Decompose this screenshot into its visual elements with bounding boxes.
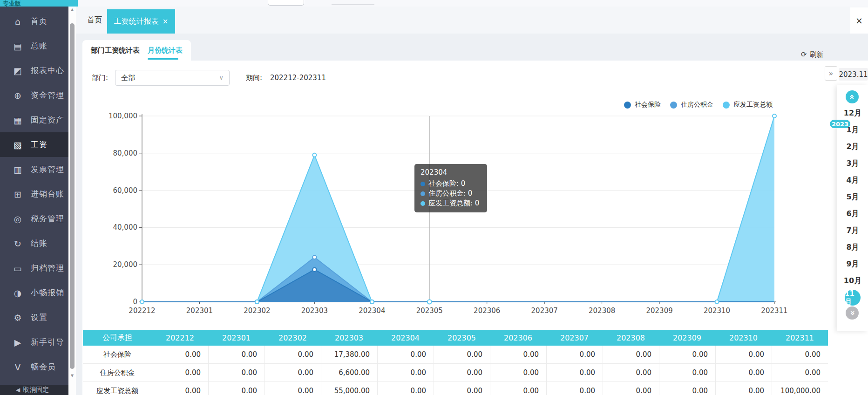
legend-item[interactable]: 应发工资总额 xyxy=(723,101,773,109)
month-item-12月[interactable]: 12月 xyxy=(837,105,868,122)
sidebar-item-label: 发票管理 xyxy=(31,164,64,175)
tab-home[interactable]: 首页 xyxy=(87,7,102,34)
table-cell: 17,380.00 xyxy=(321,346,377,363)
tooltip-title: 202304 xyxy=(420,168,481,177)
sidebar-item-label: 畅会员 xyxy=(31,361,56,372)
tooltip-series-dot-icon xyxy=(420,182,425,186)
month-scroll-up-button[interactable]: « xyxy=(846,90,859,103)
month-scroll-down-button[interactable]: « xyxy=(846,306,859,320)
table-row: 住房公积金0.000.000.006,600.000.000.000.000.0… xyxy=(83,364,828,382)
unpin-icon: ◀ xyxy=(16,387,20,393)
table-header-cell: 202307 xyxy=(546,330,603,346)
month-item-5月[interactable]: 5月 xyxy=(837,189,868,205)
refresh-icon: ⟳ xyxy=(801,50,807,59)
month-item-3月[interactable]: 3月 xyxy=(837,155,868,172)
month-item-7月[interactable]: 7月 xyxy=(837,222,868,239)
sidebar-item-label: 归档管理 xyxy=(31,263,64,273)
table-cell: 0.00 xyxy=(772,364,828,381)
month-item-11月[interactable]: 11月 xyxy=(837,289,868,306)
sidebar-item-fixed-assets[interactable]: ▦固定资产 xyxy=(0,108,68,132)
guide-icon: ▶ xyxy=(12,337,23,347)
table-header-cell: 202212 xyxy=(152,330,208,346)
subtab-active-underline xyxy=(148,58,178,60)
sidebar-item-label: 结账 xyxy=(31,238,47,249)
closing-icon: ↻ xyxy=(12,238,23,249)
table-header-cell: 公司承担 xyxy=(83,330,152,346)
table-cell: 0.00 xyxy=(152,364,208,381)
table-header-cell: 202302 xyxy=(264,330,321,346)
sidebar-item-funds[interactable]: ⊕资金管理 xyxy=(0,83,68,108)
topbar-partial-divider xyxy=(332,4,374,5)
table-cell: 0.00 xyxy=(603,364,659,381)
table-header-cell: 202303 xyxy=(321,330,377,346)
table-header-row: 公司承担202212202301202302202303202304202305… xyxy=(83,330,828,346)
sidebar-item-label: 工资 xyxy=(31,139,47,150)
table-cell: 0.00 xyxy=(715,346,772,363)
sidebar-item-reports[interactable]: ◩报表中心 xyxy=(0,58,68,83)
scrollbar-thumb[interactable] xyxy=(70,23,75,369)
month-item-9月[interactable]: 9月 xyxy=(837,256,868,272)
tooltip-row: 住房公积金: 0 xyxy=(420,189,481,198)
subtab-monthly-stats[interactable]: 月份统计表 xyxy=(148,40,183,61)
table-header-cell: 202311 xyxy=(772,330,828,346)
table-cell: 0.00 xyxy=(715,382,772,395)
month-item-10月[interactable]: 10月 xyxy=(837,272,868,289)
legend-item[interactable]: 住房公积金 xyxy=(670,101,713,109)
sidebar-item-label: 新手引导 xyxy=(31,337,64,347)
sidebar-unpin-button[interactable]: ◀ 取消固定 xyxy=(0,385,68,395)
active-month-pill: 11月 xyxy=(845,290,861,306)
table-row-label: 应发工资总额 xyxy=(83,382,152,395)
table-cell: 0.00 xyxy=(603,346,659,363)
scrollbar-up-arrow-icon[interactable]: ▲ xyxy=(68,7,76,13)
salary-summary-table: 公司承担202212202301202302202303202304202305… xyxy=(83,330,828,395)
funds-icon: ⊕ xyxy=(12,90,23,101)
tab-close-icon[interactable]: × xyxy=(163,17,169,26)
double-chevron-right-icon: » xyxy=(829,69,834,78)
month-item-4月[interactable]: 4月 xyxy=(837,172,868,189)
refresh-button[interactable]: ⟳ 刷新 xyxy=(801,48,840,61)
table-cell: 0.00 xyxy=(659,364,715,381)
sidebar-item-home[interactable]: ⌂首页 xyxy=(0,9,68,34)
month-item-2月[interactable]: 2月 xyxy=(837,138,868,155)
legend-item[interactable]: 社会保险 xyxy=(624,101,661,109)
table-cell: 0.00 xyxy=(659,346,715,363)
sidebar-item-membership[interactable]: Ⅴ畅会员 xyxy=(0,354,68,379)
sidebar-nav: ⌂首页▤总账◩报表中心⊕资金管理▦固定资产▧工资▥发票管理⊞进销台账◎税务管理↻… xyxy=(0,7,68,395)
table-row-label: 住房公积金 xyxy=(83,364,152,381)
sidebar-item-ledger[interactable]: ▤总账 xyxy=(0,34,68,58)
department-select[interactable]: 全部 ∨ xyxy=(115,70,230,86)
month-item-6月[interactable]: 6月 xyxy=(837,205,868,222)
panel-close-button[interactable]: × xyxy=(850,7,868,34)
sidebar-item-label: 总账 xyxy=(31,41,47,51)
sidebar-item-closing[interactable]: ↻结账 xyxy=(0,231,68,256)
tab-salary-report-label: 工资统计报表 xyxy=(114,17,159,27)
table-cell: 0.00 xyxy=(434,346,490,363)
table-cell: 0.00 xyxy=(264,382,321,395)
tab-salary-report[interactable]: 工资统计报表 × xyxy=(107,9,175,34)
tooltip-series-value: 社会保险: 0 xyxy=(428,179,465,189)
table-row-label: 社会保险 xyxy=(83,346,152,363)
month-item-8月[interactable]: 8月 xyxy=(837,239,868,256)
department-select-value: 全部 xyxy=(121,74,135,82)
sidebar-item-tax[interactable]: ◎税务管理 xyxy=(0,206,68,231)
subtab-department-salary[interactable]: 部门工资统计表 xyxy=(91,40,140,61)
topbar-partial-button[interactable] xyxy=(268,0,304,6)
table-header-cell: 202309 xyxy=(659,330,715,346)
chart-legend: 社会保险住房公积金应发工资总额 xyxy=(624,101,773,109)
sidebar-item-guide[interactable]: ▶新手引导 xyxy=(0,330,68,354)
sidebar-scrollbar[interactable]: ▲ ▼ xyxy=(68,7,76,395)
unpin-label: 取消固定 xyxy=(23,386,49,394)
tax-icon: ◎ xyxy=(12,214,23,224)
table-header-cell: 202308 xyxy=(603,330,659,346)
sidebar-item-reimburse[interactable]: ◑小畅报销 xyxy=(0,280,68,305)
sidebar-item-archive[interactable]: ▭归档管理 xyxy=(0,256,68,280)
scrollbar-down-arrow-icon[interactable]: ▼ xyxy=(68,373,76,379)
sidebar-items: ⌂首页▤总账◩报表中心⊕资金管理▦固定资产▧工资▥发票管理⊞进销台账◎税务管理↻… xyxy=(0,9,68,379)
sidebar-item-settings[interactable]: ⚙设置 xyxy=(0,305,68,330)
table-cell: 0.00 xyxy=(659,382,715,395)
sidebar-item-purchase-sales[interactable]: ⊞进销台账 xyxy=(0,182,68,206)
sidebar-item-invoice[interactable]: ▥发票管理 xyxy=(0,157,68,182)
legend-dot-icon xyxy=(624,102,631,109)
panel-collapse-button[interactable]: » xyxy=(825,66,837,81)
sidebar-item-salary[interactable]: ▧工资 xyxy=(0,132,68,157)
